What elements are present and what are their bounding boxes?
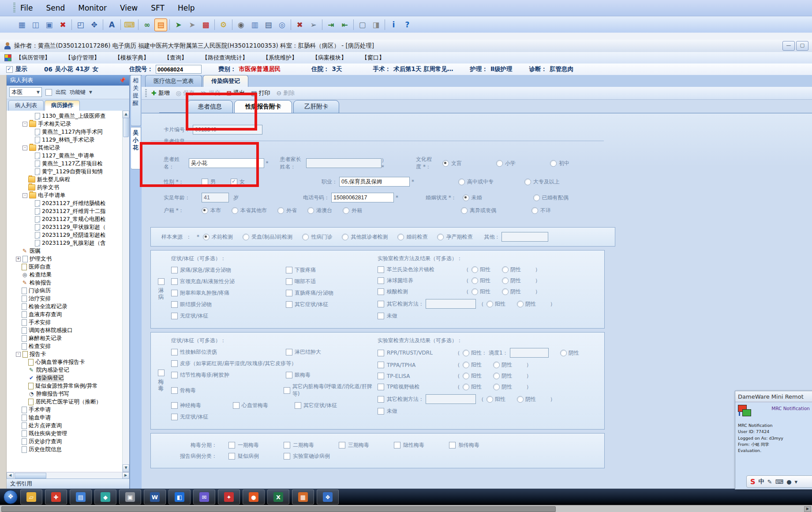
tree-item[interactable]: ✎医嘱 — [7, 247, 129, 255]
radio-button[interactable] — [307, 207, 314, 214]
langbar-icon[interactable]: ⌨ — [775, 478, 783, 485]
checkbox[interactable] — [171, 313, 178, 319]
checkbox[interactable] — [228, 453, 235, 460]
blue2-app[interactable]: ❖ — [317, 490, 339, 505]
checkbox[interactable] — [378, 288, 384, 295]
checkbox[interactable] — [378, 313, 384, 319]
radio-button[interactable] — [533, 194, 540, 201]
checkbox[interactable] — [171, 402, 178, 409]
popup-titlebar[interactable]: DameWare Mini Remot — [735, 391, 812, 402]
langbar-icon[interactable]: ✎ — [767, 478, 772, 485]
tree-item[interactable]: -其他记录 — [7, 144, 129, 152]
age-input[interactable] — [202, 193, 229, 202]
radio-button[interactable] — [531, 207, 538, 214]
checkbox[interactable] — [286, 301, 292, 308]
radio-button[interactable] — [463, 194, 469, 201]
swap-cursor-icon[interactable]: ➢ — [307, 19, 320, 31]
radio-button[interactable] — [458, 179, 465, 185]
tree-expand-toggle[interactable]: - — [22, 122, 27, 127]
checkbox[interactable] — [378, 277, 384, 284]
radio-button[interactable] — [302, 234, 309, 240]
app-menu-item-4[interactable]: 【路径查询统计】 — [202, 54, 248, 62]
monitor-select-icon[interactable]: ▥ — [248, 19, 261, 31]
view-only-icon[interactable]: ∞ — [141, 19, 153, 31]
tree-item[interactable]: 20231127_纤维结肠镜检 — [7, 199, 129, 207]
checkbox[interactable] — [378, 373, 384, 379]
settings-icon[interactable]: ⚙ — [217, 19, 230, 31]
scroll-left-icon[interactable]: ◀ — [7, 472, 14, 479]
checkbox[interactable] — [171, 349, 178, 355]
checkbox[interactable] — [378, 266, 384, 273]
tree-item[interactable]: 检验全流程记录 — [7, 303, 129, 310]
phone-input[interactable] — [331, 193, 394, 202]
checkbox[interactable] — [339, 442, 345, 448]
tab-医疗信息一览表[interactable]: 医疗信息一览表 — [145, 75, 202, 87]
checkbox[interactable] — [171, 267, 178, 273]
tree-item[interactable]: 医师自查 — [7, 263, 129, 271]
remote-cursor-icon[interactable]: ➤ — [186, 19, 198, 31]
radio-button[interactable] — [550, 160, 557, 167]
checkbox[interactable] — [378, 396, 384, 403]
tree-item[interactable]: -报告卡 — [7, 350, 129, 358]
font-icon[interactable]: A — [105, 19, 118, 31]
tree-item[interactable]: 黄燕兰_1127内痔手术同 — [7, 128, 129, 136]
mouse-icon[interactable]: ◉ — [235, 19, 247, 31]
radio-button[interactable] — [471, 277, 478, 284]
scroll-right-icon[interactable]: ▶ — [804, 506, 811, 512]
radio-button[interactable] — [463, 373, 469, 379]
language-bar[interactable]: S中✎⌨●▾ — [746, 475, 812, 488]
radio-button[interactable] — [471, 266, 478, 273]
tree-item[interactable]: ✎院内感染登记 — [7, 366, 129, 374]
radio-button[interactable] — [471, 288, 478, 295]
job-input[interactable] — [339, 177, 410, 187]
funckey-chevron-icon[interactable]: ▼ — [89, 90, 92, 94]
connect-icon[interactable]: ▦ — [15, 19, 28, 31]
menu-monitor[interactable]: Monitor — [78, 4, 107, 12]
scroll-thumb[interactable] — [123, 118, 129, 137]
teal-app[interactable]: ◆ — [94, 490, 116, 505]
checkbox[interactable] — [378, 408, 384, 415]
tree-item[interactable]: 心脑血管事件报告卡 — [7, 358, 129, 366]
tree-horizontal-scrollbar[interactable]: ◀ ▶ — [7, 472, 129, 478]
radio-button[interactable] — [502, 266, 509, 273]
file-transfer-in-icon[interactable]: ⇥ — [325, 19, 337, 31]
tree-item[interactable]: 20231129_经阴道彩超检 — [7, 231, 129, 239]
checkbox[interactable] — [284, 453, 290, 460]
help-icon[interactable]: ? — [401, 19, 414, 31]
langbar-icon[interactable]: 中 — [759, 478, 764, 486]
tree-item[interactable]: 历史住院信息 — [7, 445, 129, 453]
tree-item[interactable]: 20231127_纤维胃十二指 — [7, 207, 129, 215]
checkbox[interactable] — [378, 362, 384, 368]
langbar-icon[interactable]: S — [750, 478, 756, 486]
tree-item[interactable]: ◎检查结果 — [7, 271, 129, 279]
app-menu-item-5[interactable]: 【系统维护】 — [263, 54, 297, 62]
tree-item[interactable]: 手术申请 — [7, 406, 129, 414]
tree-item[interactable]: 输血申请 — [7, 414, 129, 422]
options-grid-icon[interactable]: ▩ — [199, 19, 212, 31]
radio-button[interactable] — [463, 384, 469, 390]
langbar-icon[interactable]: ● — [786, 478, 791, 485]
tree-item[interactable]: 黄宁_1129自费项目知情 — [7, 168, 129, 176]
tree-item[interactable]: 黄燕兰_1127乙肝项目检 — [7, 160, 129, 168]
tree-item[interactable]: 20231127_常规心电图检 — [7, 215, 129, 223]
checkbox[interactable] — [228, 442, 235, 448]
checkbox[interactable] — [233, 402, 239, 409]
app-menu-item-2[interactable]: 【模板字典】 — [115, 54, 149, 62]
app-menu-item-0[interactable]: 【病历管理】 — [16, 54, 50, 62]
radio-button[interactable] — [437, 234, 444, 240]
sidebar-tab-病人列表[interactable]: 病人列表 — [8, 100, 44, 111]
tree-item[interactable]: 20231129_乳腺彩超（含 — [7, 239, 129, 247]
checkbox[interactable] — [171, 414, 178, 420]
langbar-icon[interactable]: ▾ — [795, 478, 798, 485]
discharge-checkbox[interactable] — [45, 89, 52, 96]
checkbox[interactable] — [171, 360, 178, 367]
tree-item[interactable]: 1130_黄燕兰_上级医师查 — [7, 112, 129, 120]
unlock-icon[interactable]: ◨ — [370, 19, 382, 31]
admission-no-input[interactable] — [156, 65, 202, 74]
mail-app[interactable]: ✉ — [193, 490, 215, 505]
tree-item[interactable]: -电子申请单 — [7, 191, 129, 199]
document-reference-bar[interactable]: 文书引用 — [7, 478, 129, 489]
tree-item[interactable]: 疑似食源性异常病例/异常 — [7, 382, 129, 390]
lab-other-input[interactable] — [426, 394, 476, 404]
checkbox[interactable] — [284, 387, 290, 394]
